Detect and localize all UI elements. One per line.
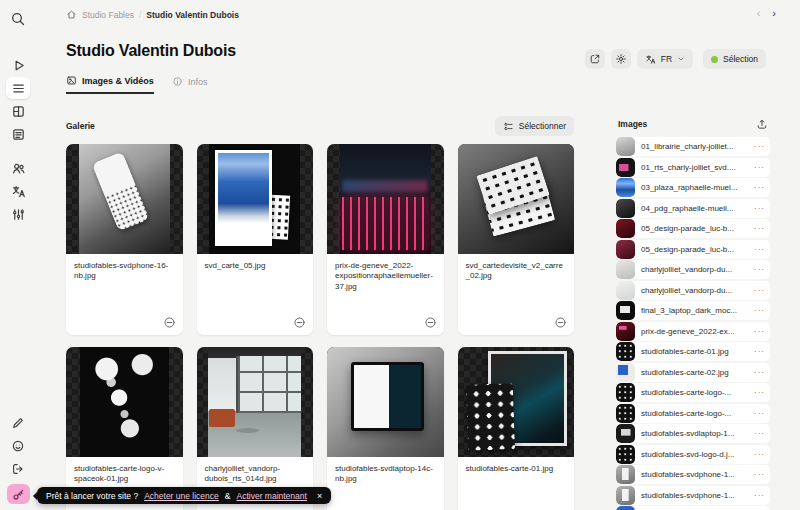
image-list-item[interactable]: studiofables-carte-01.jpg ··· [616,342,770,361]
image-thumbnail [616,178,635,197]
image-thumbnail [616,240,635,259]
remove-from-gallery-button[interactable] [554,316,567,329]
remove-from-gallery-button[interactable] [163,316,176,329]
settings-button[interactable] [611,49,631,69]
row-menu-button[interactable]: ··· [752,204,770,213]
back-chevron-icon[interactable]: ‹ [757,7,761,19]
image-list-item[interactable]: studiofables-carte-logo-... ··· [616,383,770,402]
document-icon [11,127,26,142]
tab-infos[interactable]: Infos [172,75,208,94]
image-list-item[interactable]: charlyjolliet_vandorp-du... ··· [616,281,770,300]
row-menu-button[interactable]: ··· [752,224,770,233]
remove-from-gallery-button[interactable] [293,316,306,329]
images-list: 01_librairie_charly-jolliet... ··· 01_rt… [616,137,770,510]
row-menu-button[interactable]: ··· [752,327,770,336]
sidebar-item-settings-sliders[interactable] [6,203,30,225]
row-menu-button[interactable]: ··· [752,450,770,459]
play-icon [11,58,26,73]
close-icon[interactable]: × [317,491,322,501]
row-menu-button[interactable]: ··· [752,245,770,254]
image-list-item[interactable]: 01_librairie_charly-jolliet... ··· [616,137,770,156]
sidebar-item-users[interactable] [6,157,30,179]
image-list-item[interactable]: studiofables-svdphone-1... ··· [616,465,770,484]
gallery-card[interactable]: studiofables-carte-logo-v-spaceok-01.jpg [66,347,183,510]
image-list-item[interactable]: 04_pdg_raphaelle-muell... ··· [616,199,770,218]
remove-from-gallery-button[interactable] [424,316,437,329]
row-menu-button[interactable]: ··· [752,142,770,151]
row-menu-button[interactable]: ··· [752,306,770,315]
upload-button[interactable] [756,118,768,130]
image-list-item[interactable]: 05_design-parade_luc-b... ··· [616,219,770,238]
image-thumbnail [616,137,635,156]
sidebar-item-blocks[interactable] [6,100,30,122]
row-menu-button[interactable]: ··· [752,265,770,274]
open-site-button[interactable] [585,49,605,69]
gallery-card[interactable]: studiofables-svdlaptop-14c-nb.jpg [327,347,444,510]
buy-license-link[interactable]: Acheter une licence [144,491,219,501]
card-image [197,144,314,254]
breadcrumb-root[interactable]: Studio Fables [82,10,134,20]
minus-circle-icon [424,316,437,329]
selection-button[interactable]: Sélection [703,49,766,69]
sidebar-item-pages[interactable] [6,123,30,145]
language-select[interactable]: FR [637,49,693,69]
image-filename: 01_rts_charly-jolliet_svd.... [635,163,752,172]
image-list-item[interactable]: studiofables-carte-02.jpg ··· [616,363,770,382]
image-filename: final_3_laptop_dark_moc... [635,306,752,315]
feedback-button[interactable] [6,435,30,457]
edit-button[interactable] [6,412,30,434]
logout-button[interactable] [6,458,30,480]
logout-icon [11,462,25,476]
forward-chevron-icon[interactable]: › [772,7,776,19]
home-icon[interactable] [66,9,77,20]
image-list-item[interactable]: ··· [616,506,770,510]
row-menu-button[interactable]: ··· [752,491,770,500]
row-menu-button[interactable]: ··· [752,368,770,377]
image-list-item[interactable]: 03_plaza_raphaelle-muel... ··· [616,178,770,197]
image-list-item[interactable]: final_3_laptop_dark_moc... ··· [616,301,770,320]
gallery-card[interactable]: charlyjolliet_vandorp-dubois_rts_014d.jp… [197,347,314,510]
history-nav: ‹ › [757,7,776,19]
key-icon [12,488,25,501]
main-content: Studio Fables / Studio Valentin Dubois S… [66,0,574,510]
row-menu-button[interactable]: ··· [752,183,770,192]
image-thumbnail [616,301,635,320]
select-mode-button[interactable]: Sélectionner [495,116,574,136]
gallery-card[interactable]: studiofables-carte-01.jpg [458,347,575,510]
row-menu-button[interactable]: ··· [752,429,770,438]
breadcrumb-separator: / [139,10,141,20]
row-menu-button[interactable]: ··· [752,163,770,172]
image-list-item[interactable]: prix-de-geneve_2022-ex... ··· [616,322,770,341]
tab-images-videos[interactable]: Images & Vidéos [66,75,154,94]
gallery-card[interactable]: svd_cartedevisite_v2_carre_02.jpg [458,144,575,335]
sidebar-item-preview[interactable] [6,54,30,76]
license-key-button[interactable] [7,484,30,504]
search-button[interactable] [6,8,30,30]
image-list-item[interactable]: 01_rts_charly-jolliet_svd.... ··· [616,158,770,177]
row-menu-button[interactable]: ··· [752,286,770,295]
gallery-grid: studiofables-svdphone-16-nb.jpg svd_cart… [66,144,574,510]
row-menu-button[interactable]: ··· [752,409,770,418]
image-list-item[interactable]: studiofables-svd-logo-d.j... ··· [616,445,770,464]
gallery-card[interactable]: studiofables-svdphone-16-nb.jpg [66,144,183,335]
row-menu-button[interactable]: ··· [752,470,770,479]
image-list-item[interactable]: 05_design-parade_luc-b... ··· [616,240,770,259]
sidebar-item-translations[interactable] [6,180,30,202]
image-list-item[interactable]: studiofables-carte-logo-... ··· [616,404,770,423]
image-thumbnail [616,465,635,484]
gallery-card[interactable]: prix-de-geneve_2022-expositionraphaellem… [327,144,444,335]
row-menu-button[interactable]: ··· [752,347,770,356]
image-list-item[interactable]: studiofables-svdlaptop-1... ··· [616,424,770,443]
activate-now-link[interactable]: Activer maintenant [236,491,306,501]
gallery-card[interactable]: svd_carte_05.jpg [197,144,314,335]
row-menu-button[interactable]: ··· [752,388,770,397]
card-image [66,347,183,457]
image-list-item[interactable]: studiofables-svdphone-1... ··· [616,486,770,505]
breadcrumb-current: Studio Valentin Dubois [146,10,239,20]
license-toast: Prêt à lancer votre site ? Acheter une l… [37,487,331,504]
sidebar-item-content[interactable] [6,77,30,99]
card-filename: svd_carte_05.jpg [205,261,266,270]
image-filename: 05_design-parade_luc-b... [635,224,752,233]
image-list-item[interactable]: charlyjolliet_vandorp-du... ··· [616,260,770,279]
chevron-down-icon [677,55,685,63]
